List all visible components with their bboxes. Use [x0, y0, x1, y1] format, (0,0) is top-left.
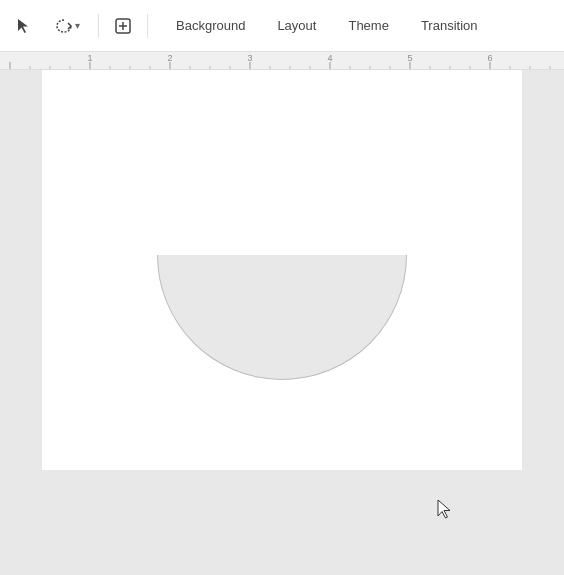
cursor-pointer-icon [436, 498, 454, 520]
tab-transition[interactable]: Transition [405, 12, 494, 39]
canvas-area[interactable] [0, 70, 564, 575]
add-icon [114, 17, 132, 35]
toolbar-divider-1 [98, 14, 99, 38]
ruler-canvas [0, 52, 564, 70]
toolbar-divider-2 [147, 14, 148, 38]
mouse-cursor [436, 498, 454, 520]
lasso-icon [55, 17, 73, 35]
ruler [0, 52, 564, 70]
cursor-icon [15, 17, 33, 35]
tab-theme[interactable]: Theme [332, 12, 404, 39]
tab-layout[interactable]: Layout [261, 12, 332, 39]
toolbar-tabs: Background Layout Theme Transition [160, 12, 494, 39]
lasso-dropdown-arrow: ▾ [75, 20, 80, 31]
toolbar: ▾ Background Layout Theme Transition [0, 0, 564, 52]
cursor-tool-button[interactable] [8, 10, 40, 42]
semicircle-shape[interactable] [157, 255, 407, 380]
add-element-button[interactable] [107, 10, 139, 42]
lasso-tool-button[interactable]: ▾ [44, 10, 90, 42]
tab-background[interactable]: Background [160, 12, 261, 39]
slide-canvas[interactable] [42, 70, 522, 470]
